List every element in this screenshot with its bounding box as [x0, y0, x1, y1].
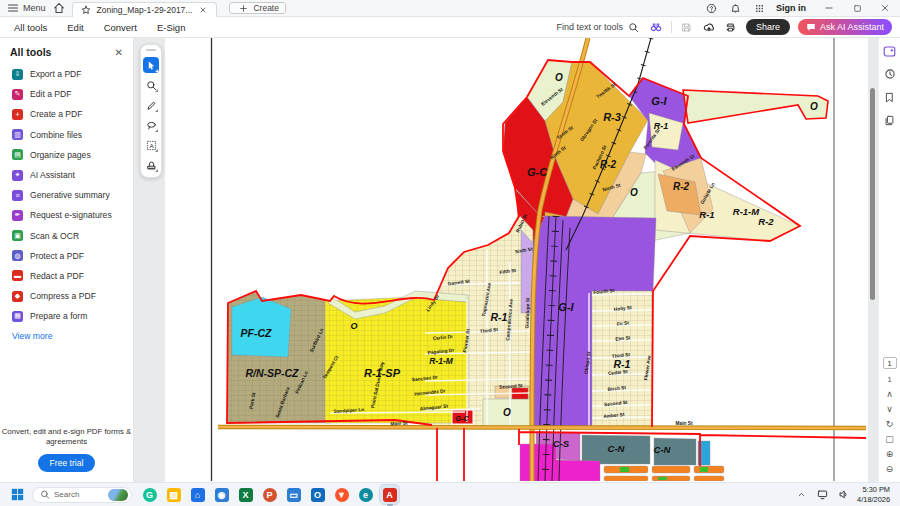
- tool-item-edit-a-pdf[interactable]: ✎Edit a PDF: [0, 84, 133, 104]
- menu-item-e-sign[interactable]: E-Sign: [147, 22, 196, 33]
- zone-label: G-I: [651, 95, 667, 107]
- zone-label: C-N: [608, 443, 626, 454]
- tool-item-protect-a-pdf[interactable]: ◍Protect a PDF: [0, 246, 133, 266]
- tab-close-icon[interactable]: [196, 3, 210, 17]
- compress-pdf-icon: ◆: [12, 291, 23, 302]
- taskbar-app-brave[interactable]: ▼: [332, 485, 351, 504]
- taskbar-app-microsoft-store[interactable]: ⌂: [188, 485, 207, 504]
- speaker-icon[interactable]: [836, 488, 850, 502]
- zoom-out-icon[interactable]: ⊖: [886, 465, 894, 474]
- page-down-icon[interactable]: ∨: [886, 405, 893, 414]
- zone-label: O: [555, 72, 563, 83]
- stamp-tool[interactable]: [143, 157, 159, 173]
- display-icon[interactable]: [815, 488, 829, 502]
- star-icon[interactable]: [79, 3, 93, 17]
- brave-icon: ▼: [335, 488, 349, 502]
- app-menu-button[interactable]: Menu: [6, 1, 46, 15]
- tool-item-prepare-a-form[interactable]: ▦Prepare a form: [0, 306, 133, 326]
- document-tab[interactable]: Zoning_Map-1-29-2017...: [72, 2, 218, 17]
- pen-tool[interactable]: [143, 97, 159, 113]
- clock[interactable]: 5:30 PM 4/18/2026: [857, 485, 890, 504]
- page-number-input[interactable]: 1: [883, 357, 897, 369]
- taskbar-app-file-explorer[interactable]: ▨: [164, 485, 183, 504]
- create-tab-button[interactable]: Create: [229, 2, 286, 14]
- tool-item-redact-a-pdf[interactable]: ▬Redact a PDF: [0, 266, 133, 286]
- tool-item-request-e-signatures[interactable]: ✒Request e-signatures: [0, 205, 133, 225]
- taskbar-app-excel[interactable]: X: [236, 485, 255, 504]
- taskbar-app-powerpoint[interactable]: P: [260, 485, 279, 504]
- plus-icon: [236, 1, 250, 15]
- taskbar-app-display-app[interactable]: ▭: [284, 485, 303, 504]
- sign-in-button[interactable]: Sign in: [776, 3, 806, 13]
- zone-label: R-1: [699, 209, 714, 220]
- tool-item-combine-files[interactable]: ▥Combine files: [0, 125, 133, 145]
- select-tool[interactable]: [143, 57, 159, 73]
- taskbar-app-outlook[interactable]: O: [308, 485, 327, 504]
- menu-item-all-tools[interactable]: All tools: [4, 22, 57, 33]
- tool-item-organize-pages[interactable]: ▤Organize pages: [0, 145, 133, 165]
- print-icon[interactable]: [724, 20, 738, 34]
- history-icon[interactable]: [883, 67, 897, 81]
- share-button[interactable]: Share: [746, 19, 790, 35]
- find-tools[interactable]: Find text or tools: [556, 20, 641, 34]
- zone-label: R-1-M: [429, 356, 454, 366]
- zone-label: PF-CZ: [241, 327, 272, 339]
- lasso-tool[interactable]: [143, 117, 159, 133]
- zone-label: R-2: [758, 216, 774, 227]
- redact-pdf-icon: ▬: [12, 270, 23, 281]
- page-nav-cluster: 1 1 ∧ ∨ ↻ ▢ ⊕ ⊖: [883, 357, 897, 482]
- tool-item-export-a-pdf[interactable]: ⇩Export a PDF: [0, 64, 133, 84]
- close-button[interactable]: [878, 1, 892, 15]
- taskbar-app-acrobat[interactable]: A: [380, 485, 399, 504]
- help-icon[interactable]: [704, 1, 718, 15]
- zone-label: O: [810, 101, 818, 112]
- tool-item-compress-a-pdf[interactable]: ◆Compress a PDF: [0, 286, 133, 306]
- fit-width-icon[interactable]: ▢: [885, 435, 894, 444]
- document-scrollbar[interactable]: [870, 88, 875, 300]
- zone-label: O: [350, 321, 357, 331]
- prepare-form-icon: ▦: [12, 311, 23, 322]
- taskbar-app-grammarly[interactable]: G: [140, 485, 159, 504]
- taskbar-app-edge[interactable]: e: [356, 485, 375, 504]
- menu-item-convert[interactable]: Convert: [94, 22, 147, 33]
- tool-item-create-a-pdf[interactable]: +Create a PDF: [0, 104, 133, 124]
- zoom-in-icon[interactable]: ⊕: [886, 450, 894, 459]
- notifications-icon[interactable]: [728, 1, 742, 15]
- zoning-map[interactable]: Eleventh StTwelfth StTenth StNinth StObr…: [165, 38, 868, 481]
- tool-item-generative-summary[interactable]: ≡Generative summary: [0, 185, 133, 205]
- ask-ai-assistant-button[interactable]: Ask AI Assistant: [798, 19, 892, 35]
- bookmark-icon[interactable]: [883, 90, 897, 104]
- view-more-link[interactable]: View more: [0, 326, 133, 346]
- taskbar-app-photos[interactable]: ◉: [212, 485, 231, 504]
- cloud-upload-icon[interactable]: [702, 20, 716, 34]
- zone-label: G-C: [456, 415, 470, 422]
- zone-label: R-1-M: [733, 206, 760, 217]
- free-trial-button[interactable]: Free trial: [38, 454, 96, 472]
- panel-close-icon[interactable]: ✕: [115, 47, 123, 58]
- toolbar-drag-handle[interactable]: [146, 49, 156, 51]
- acrobat-window: Menu Zoning_Map-1-29-2017... Create Sign…: [0, 0, 900, 506]
- apps-grid-icon[interactable]: [752, 1, 766, 15]
- minimize-button[interactable]: [822, 1, 836, 15]
- page-up-icon[interactable]: ∧: [886, 390, 893, 399]
- taskbar-search[interactable]: Search: [32, 487, 132, 503]
- ai-assistant-icon[interactable]: [883, 44, 897, 58]
- scan-ocr-icon: ▣: [12, 230, 23, 241]
- generative-summary-icon: ≡: [12, 190, 23, 201]
- start-button[interactable]: [10, 488, 24, 502]
- edge-icon: e: [359, 488, 373, 502]
- pages-icon[interactable]: [883, 113, 897, 127]
- menu-item-edit[interactable]: Edit: [57, 22, 93, 33]
- document-area: A: [134, 38, 878, 482]
- tool-item-scan-ocr[interactable]: ▣Scan & OCR: [0, 226, 133, 246]
- tool-item-ai-assistant[interactable]: ✦AI Assistant: [0, 165, 133, 185]
- pdf-page: Eleventh StTwelfth StTenth StNinth StObr…: [165, 38, 868, 482]
- text-box-tool[interactable]: A: [143, 137, 159, 153]
- title-bar: Menu Zoning_Map-1-29-2017... Create Sign…: [0, 0, 900, 17]
- tray-chevron-icon[interactable]: [794, 488, 808, 502]
- read-aloud-icon[interactable]: [649, 20, 663, 34]
- home-icon[interactable]: [52, 1, 66, 15]
- rotate-icon[interactable]: ↻: [886, 420, 894, 429]
- maximize-button[interactable]: [850, 1, 864, 15]
- zoom-tool[interactable]: [143, 77, 159, 93]
